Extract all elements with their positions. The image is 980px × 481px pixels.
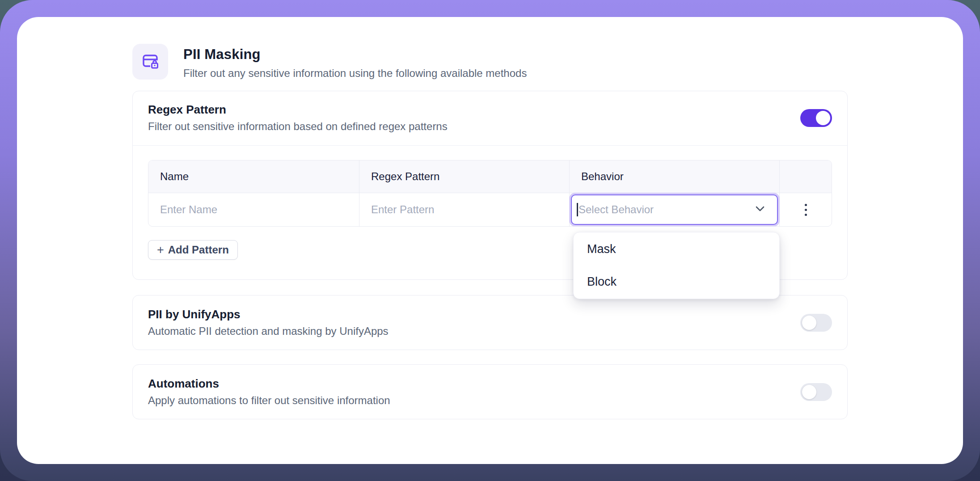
regex-card-title: Regex Pattern	[148, 103, 448, 117]
column-header-regex-pattern: Regex Pattern	[359, 160, 570, 193]
page-subtitle: Filter out any sensitive information usi…	[183, 67, 527, 80]
text-caret	[577, 203, 578, 216]
name-cell	[148, 193, 359, 226]
automations-card: Automations Apply automations to filter …	[132, 364, 848, 419]
column-header-behavior: Behavior	[570, 160, 780, 193]
automations-card-subtitle: Apply automations to filter out sensitiv…	[148, 394, 390, 407]
name-input[interactable]	[148, 193, 359, 226]
plus-icon: +	[157, 243, 164, 257]
column-header-actions	[780, 160, 832, 193]
automations-toggle[interactable]	[800, 383, 832, 401]
patterns-table-header: Name Regex Pattern Behavior	[148, 160, 832, 193]
pattern-input[interactable]	[359, 193, 569, 226]
pii-card-subtitle: Automatic PII detection and masking by U…	[148, 325, 389, 338]
page-title: PII Masking	[183, 44, 527, 63]
pii-by-unifyapps-toggle[interactable]	[800, 314, 832, 332]
dropdown-option-block[interactable]: Block	[574, 266, 779, 298]
row-actions-cell	[780, 193, 832, 226]
row-menu-button[interactable]	[801, 200, 811, 219]
column-header-name: Name	[148, 160, 359, 193]
regex-pattern-toggle[interactable]	[800, 109, 832, 127]
behavior-select[interactable]: Select Behavior	[571, 194, 778, 225]
automations-card-title: Automations	[148, 377, 390, 391]
card-lock-icon	[139, 50, 161, 73]
regex-card-header: Regex Pattern Filter out sensitive infor…	[133, 91, 847, 145]
automations-card-text: Automations Apply automations to filter …	[148, 377, 390, 407]
toggle-knob	[802, 316, 816, 330]
pii-by-unifyapps-card: PII by UnifyApps Automatic PII detection…	[132, 295, 848, 350]
pattern-row: Select Behavior	[148, 193, 832, 226]
pattern-cell	[359, 193, 570, 226]
add-pattern-button[interactable]: + Add Pattern	[148, 240, 238, 260]
dropdown-option-mask[interactable]: Mask	[574, 233, 779, 266]
add-pattern-label: Add Pattern	[168, 244, 229, 256]
regex-card-header-text: Regex Pattern Filter out sensitive infor…	[148, 103, 448, 133]
pii-card-text: PII by UnifyApps Automatic PII detection…	[148, 308, 389, 338]
toggle-knob	[816, 111, 830, 125]
patterns-table: Name Regex Pattern Behavior	[148, 160, 832, 227]
pii-card-title: PII by UnifyApps	[148, 308, 389, 321]
page-header-text: PII Masking Filter out any sensitive inf…	[183, 44, 527, 80]
pii-masking-icon-box	[132, 44, 168, 80]
regex-card-subtitle: Filter out sensitive information based o…	[148, 120, 448, 133]
toggle-knob	[802, 385, 816, 399]
app-window: PII Masking Filter out any sensitive inf…	[17, 17, 963, 464]
settings-content: PII Masking Filter out any sensitive inf…	[132, 17, 848, 419]
chevron-down-icon	[753, 202, 767, 218]
behavior-cell: Select Behavior	[570, 193, 780, 226]
page-header: PII Masking Filter out any sensitive inf…	[132, 44, 848, 80]
behavior-dropdown-menu: Mask Block	[573, 232, 780, 299]
behavior-select-placeholder: Select Behavior	[579, 203, 753, 216]
